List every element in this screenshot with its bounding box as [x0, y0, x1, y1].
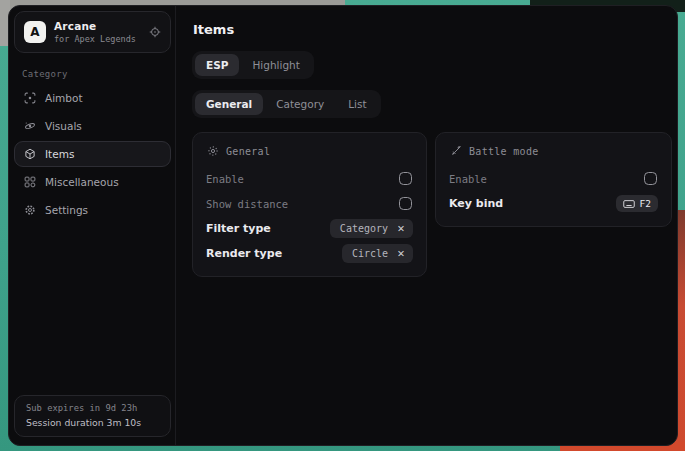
tab-esp[interactable]: ESP	[195, 54, 239, 76]
cube-icon	[24, 148, 36, 160]
sidebar: A Arcane for Apex Legends Category	[9, 6, 175, 445]
key-bind-button[interactable]: F2	[616, 195, 658, 212]
setting-row-render-type: Render type Circle ✕	[206, 242, 413, 265]
panels-row: General Enable Show distance Filter type…	[192, 132, 672, 277]
sidebar-item-miscellaneous[interactable]: Miscellaneous	[14, 169, 171, 195]
category-section-label: Category	[22, 69, 171, 79]
mode-tab-group: ESP Highlight	[192, 51, 314, 79]
sidebar-item-settings[interactable]: Settings	[14, 197, 171, 223]
screen: A Arcane for Apex Legends Category	[0, 0, 685, 451]
key-bind-value: F2	[640, 198, 651, 209]
show-distance-checkbox[interactable]	[399, 197, 412, 210]
filter-type-select[interactable]: Category ✕	[330, 219, 413, 238]
sun-icon	[207, 145, 219, 157]
sword-icon	[450, 145, 462, 157]
setting-label: Enable	[449, 173, 487, 185]
tab-category[interactable]: Category	[265, 93, 335, 115]
setting-row-key-bind: Key bind F2	[449, 192, 658, 215]
clear-icon[interactable]: ✕	[397, 249, 405, 259]
setting-label: Show distance	[206, 198, 288, 210]
crosshair-icon	[24, 92, 36, 104]
sidebar-item-items[interactable]: Items	[14, 141, 171, 167]
setting-row-enable: Enable	[206, 167, 413, 190]
clear-icon[interactable]: ✕	[397, 224, 405, 234]
brand-text: Arcane for Apex Legends	[54, 20, 141, 44]
panel-title: Battle mode	[469, 146, 539, 157]
sidebar-nav: Aimbot Visuals	[14, 85, 171, 223]
render-type-value: Circle	[352, 248, 388, 259]
app-subtitle: for Apex Legends	[54, 34, 141, 44]
orbit-eye-icon	[24, 120, 36, 132]
sidebar-spacer	[14, 223, 171, 395]
page-title: Items	[193, 22, 672, 37]
battle-panel-header: Battle mode	[450, 145, 658, 157]
brand-card: A Arcane for Apex Legends	[14, 11, 171, 53]
tab-highlight[interactable]: Highlight	[241, 54, 310, 76]
sidebar-item-label: Settings	[45, 204, 88, 216]
sidebar-item-visuals[interactable]: Visuals	[14, 113, 171, 139]
sidebar-item-label: Miscellaneous	[45, 176, 119, 188]
sidebar-item-label: Visuals	[45, 120, 82, 132]
app-logo: A	[24, 21, 46, 43]
session-card: Sub expires in 9d 23h Session duration 3…	[14, 395, 171, 437]
general-panel: General Enable Show distance Filter type…	[192, 132, 427, 277]
setting-row-filter-type: Filter type Category ✕	[206, 217, 413, 240]
grid-icon	[24, 176, 36, 188]
sidebar-item-aimbot[interactable]: Aimbot	[14, 85, 171, 111]
main-content: Items ESP Highlight General Category Lis…	[175, 6, 678, 445]
battle-mode-panel: Battle mode Enable Key bind	[435, 132, 672, 227]
app-window: A Arcane for Apex Legends Category	[8, 5, 678, 446]
tab-general[interactable]: General	[195, 93, 263, 115]
gear-icon	[24, 204, 36, 216]
view-tab-group: General Category List	[192, 90, 381, 118]
general-panel-header: General	[207, 145, 413, 157]
panel-title: General	[226, 146, 270, 157]
battle-enable-checkbox[interactable]	[644, 172, 657, 185]
setting-row-show-distance: Show distance	[206, 192, 413, 215]
sub-expiry-text: Sub expires in 9d 23h	[26, 403, 159, 413]
setting-label: Enable	[206, 173, 244, 185]
setting-label: Key bind	[449, 197, 503, 210]
render-type-select[interactable]: Circle ✕	[342, 244, 413, 263]
keyboard-icon	[623, 199, 635, 209]
setting-label: Filter type	[206, 222, 271, 235]
filter-type-value: Category	[340, 223, 388, 234]
tab-list[interactable]: List	[337, 93, 377, 115]
session-duration-text: Session duration 3m 10s	[26, 417, 159, 428]
target-icon[interactable]	[149, 26, 161, 38]
setting-row-enable-battle: Enable	[449, 167, 658, 190]
setting-label: Render type	[206, 247, 282, 260]
sidebar-item-label: Items	[45, 148, 74, 160]
app-name: Arcane	[54, 20, 141, 32]
enable-checkbox[interactable]	[399, 172, 412, 185]
sidebar-item-label: Aimbot	[45, 92, 83, 104]
